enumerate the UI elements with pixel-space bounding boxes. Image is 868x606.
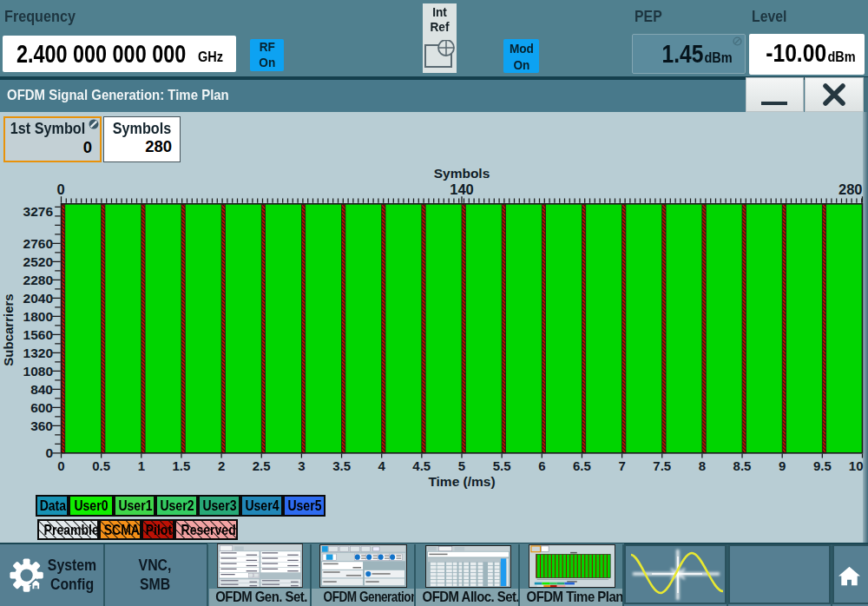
svg-text:3: 3 <box>298 458 305 473</box>
svg-text:2.5: 2.5 <box>253 458 271 473</box>
svg-text:9.5: 9.5 <box>813 458 832 473</box>
svg-text:360: 360 <box>30 418 53 433</box>
svg-text:840: 840 <box>30 382 53 397</box>
svg-text:4: 4 <box>378 458 386 473</box>
svg-text:5.5: 5.5 <box>493 458 511 473</box>
svg-text:3276: 3276 <box>23 204 54 219</box>
svg-text:0: 0 <box>45 445 53 460</box>
svg-text:1: 1 <box>138 458 145 473</box>
svg-text:8.5: 8.5 <box>733 458 752 473</box>
svg-text:0: 0 <box>57 458 64 473</box>
svg-text:1080: 1080 <box>23 364 53 379</box>
svg-text:2280: 2280 <box>23 273 53 287</box>
svg-text:2: 2 <box>218 458 225 473</box>
svg-text:9: 9 <box>779 458 786 473</box>
svg-text:3.5: 3.5 <box>332 458 351 473</box>
svg-text:6: 6 <box>538 458 545 473</box>
svg-text:2520: 2520 <box>23 254 53 269</box>
svg-text:1.5: 1.5 <box>172 458 190 473</box>
svg-text:1560: 1560 <box>23 327 53 342</box>
svg-text:10: 10 <box>849 458 864 473</box>
svg-text:1320: 1320 <box>23 346 53 360</box>
svg-text:1800: 1800 <box>23 309 53 324</box>
svg-text:7.5: 7.5 <box>653 458 671 473</box>
svg-text:8: 8 <box>699 458 706 473</box>
svg-text:0: 0 <box>56 181 64 197</box>
svg-text:Subcarriers: Subcarriers <box>1 293 16 366</box>
svg-text:4.5: 4.5 <box>412 458 431 473</box>
svg-text:Time (/ms): Time (/ms) <box>428 474 495 489</box>
svg-text:280: 280 <box>838 181 863 197</box>
svg-text:Symbols: Symbols <box>434 166 490 181</box>
svg-text:5: 5 <box>458 458 465 473</box>
svg-text:0.5: 0.5 <box>92 458 110 473</box>
svg-text:6.5: 6.5 <box>573 458 591 473</box>
svg-text:7: 7 <box>618 458 625 473</box>
svg-text:600: 600 <box>30 400 53 415</box>
svg-text:140: 140 <box>450 181 474 197</box>
svg-text:2760: 2760 <box>23 236 53 251</box>
svg-text:2040: 2040 <box>23 291 53 306</box>
